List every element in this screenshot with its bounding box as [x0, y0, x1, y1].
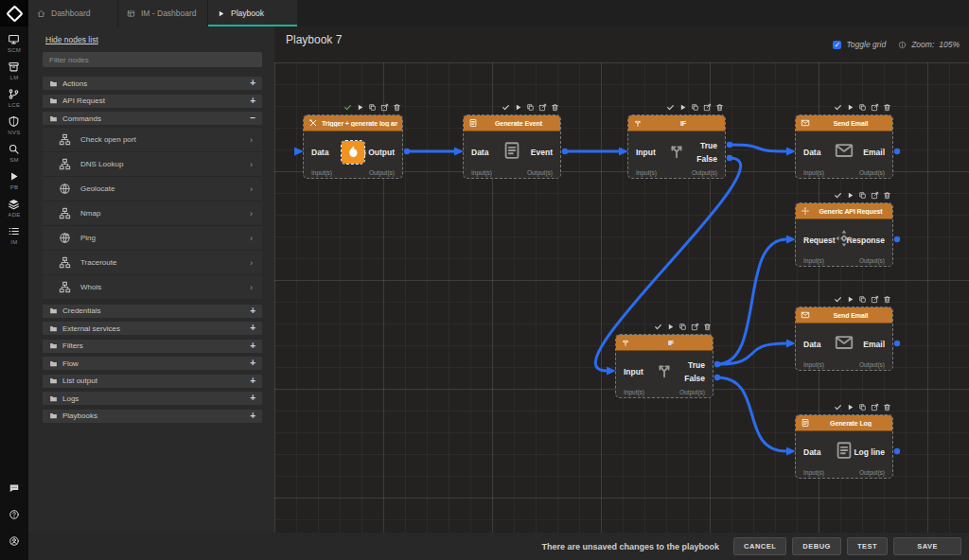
check-icon[interactable]	[834, 403, 842, 411]
category-filters[interactable]: Filters+	[43, 340, 262, 353]
node-if[interactable]: IFInputTrueFalseInput(s)Output(s)	[615, 334, 714, 398]
category-list-output[interactable]: List output+	[43, 375, 262, 388]
node-item-traceroute[interactable]: Traceroute›	[43, 251, 262, 275]
category-commands[interactable]: Commands−	[43, 112, 262, 125]
expand-icon[interactable]: +	[250, 359, 255, 368]
node-header[interactable]: Send Email	[796, 115, 892, 131]
category-logs[interactable]: Logs+	[43, 392, 262, 405]
check-icon[interactable]	[344, 103, 352, 112]
node-item-geolocate[interactable]: Geolocate›	[43, 177, 262, 201]
node-item-dns-lookup[interactable]: DNS Lookup›	[43, 152, 262, 177]
node-header[interactable]: Generic API Request	[796, 203, 892, 219]
trash-icon[interactable]	[883, 403, 891, 411]
edit-icon[interactable]	[691, 323, 699, 331]
rail-item-lce[interactable]: LCE	[8, 88, 20, 108]
node-item-nmap[interactable]: Nmap›	[43, 201, 262, 226]
node-header[interactable]: Trigger + generate log and	[304, 115, 402, 131]
debug-button[interactable]: DEBUG	[792, 537, 841, 555]
edit-icon[interactable]	[871, 403, 879, 411]
rail-item-scm[interactable]: SCM	[8, 33, 21, 53]
rail-item-im[interactable]: IM	[8, 225, 20, 245]
check-icon[interactable]	[834, 103, 842, 112]
node-if[interactable]: IFInputTrueFalseInput(s)Output(s)	[627, 114, 726, 179]
filter-nodes-input[interactable]	[43, 52, 262, 67]
edit-icon[interactable]	[871, 295, 879, 304]
node-header[interactable]: IF	[616, 335, 713, 351]
node-item-check-open-port[interactable]: Check open port›	[43, 128, 262, 152]
node-header[interactable]: Generate Log	[796, 415, 892, 431]
edit-icon[interactable]	[538, 103, 547, 112]
tab-im-dashboard[interactable]: IM - Dashboard	[118, 0, 208, 26]
rail-chat-icon[interactable]	[9, 481, 20, 498]
edit-icon[interactable]	[871, 103, 879, 112]
expand-icon[interactable]: +	[250, 394, 255, 403]
tab-playbook[interactable]: Playbook	[208, 0, 298, 26]
trash-icon[interactable]	[703, 323, 712, 331]
trash-icon[interactable]	[883, 103, 891, 112]
node-send-email[interactable]: Send EmailDataEmailInput(s)Output(s)	[795, 306, 893, 371]
copy-icon[interactable]	[858, 103, 867, 112]
check-icon[interactable]	[834, 191, 842, 200]
node-send-email[interactable]: Send EmailDataEmailInput(s)Output(s)	[795, 114, 893, 179]
copy-icon[interactable]	[678, 323, 687, 331]
hide-nodes-link[interactable]: Hide nodes list	[45, 35, 98, 44]
check-icon[interactable]	[502, 103, 510, 112]
copy-icon[interactable]	[526, 103, 535, 112]
expand-icon[interactable]: +	[250, 79, 255, 88]
expand-icon[interactable]: +	[250, 376, 255, 386]
node-generate-event[interactable]: Generate EventDataEventInput(s)Output(s)	[463, 114, 561, 179]
play-icon[interactable]	[678, 103, 687, 112]
test-button[interactable]: TEST	[847, 537, 888, 555]
rail-item-nvs[interactable]: NVS	[8, 115, 20, 135]
expand-icon[interactable]: +	[250, 341, 255, 351]
check-icon[interactable]	[666, 103, 675, 112]
rail-item-sm[interactable]: SM	[8, 143, 20, 163]
check-icon[interactable]	[654, 323, 662, 331]
edit-icon[interactable]	[380, 103, 389, 112]
node-header[interactable]: Send Email	[796, 307, 892, 324]
play-icon[interactable]	[846, 295, 854, 304]
category-external-services[interactable]: External services+	[43, 322, 262, 335]
play-icon[interactable]	[846, 191, 854, 200]
category-api-request[interactable]: API Request+	[43, 95, 262, 108]
rail-item-ade[interactable]: ADE	[8, 198, 20, 218]
node-trigger-generate-log-and[interactable]: Trigger + generate log andDataPB OutputI…	[303, 114, 403, 179]
category-flow[interactable]: Flow+	[43, 357, 262, 370]
copy-icon[interactable]	[858, 191, 867, 200]
trash-icon[interactable]	[551, 103, 559, 112]
collapse-icon[interactable]: −	[250, 114, 255, 123]
app-logo[interactable]	[0, 0, 28, 26]
node-generic-api-request[interactable]: Generic API RequestRequestResponseInput(…	[795, 202, 893, 267]
trash-icon[interactable]	[883, 295, 891, 304]
edit-icon[interactable]	[871, 191, 879, 200]
trash-icon[interactable]	[393, 103, 401, 112]
rail-user-icon[interactable]	[9, 534, 20, 551]
node-item-ping[interactable]: Ping›	[43, 226, 262, 251]
expand-icon[interactable]: +	[250, 324, 255, 333]
cancel-button[interactable]: CANCEL	[733, 537, 786, 555]
node-header[interactable]: IF	[628, 115, 725, 131]
trash-icon[interactable]	[715, 103, 724, 112]
copy-icon[interactable]	[858, 403, 867, 411]
copy-icon[interactable]	[691, 103, 699, 112]
tab-dashboard[interactable]: Dashboard	[28, 0, 118, 26]
node-generate-log[interactable]: Generate LogDataLog lineInput(s)Output(s…	[795, 414, 893, 479]
trash-icon[interactable]	[883, 191, 891, 200]
expand-icon[interactable]: +	[250, 411, 255, 421]
expand-icon[interactable]: +	[250, 306, 255, 316]
play-icon[interactable]	[356, 103, 364, 112]
save-button[interactable]: SAVE	[893, 537, 961, 555]
category-actions[interactable]: Actions+	[43, 77, 262, 90]
play-icon[interactable]	[846, 403, 854, 411]
rail-item-lm[interactable]: LM	[8, 61, 20, 80]
rail-item-pb[interactable]: PB	[8, 170, 20, 190]
check-icon[interactable]	[834, 295, 842, 304]
category-credentials[interactable]: Credentials+	[43, 305, 262, 318]
copy-icon[interactable]	[368, 103, 377, 112]
play-icon[interactable]	[666, 323, 675, 331]
edit-icon[interactable]	[703, 103, 712, 112]
copy-icon[interactable]	[858, 295, 867, 304]
rail-help-icon[interactable]	[9, 507, 20, 524]
play-icon[interactable]	[514, 103, 522, 112]
node-item-whois[interactable]: Whois›	[43, 275, 262, 300]
